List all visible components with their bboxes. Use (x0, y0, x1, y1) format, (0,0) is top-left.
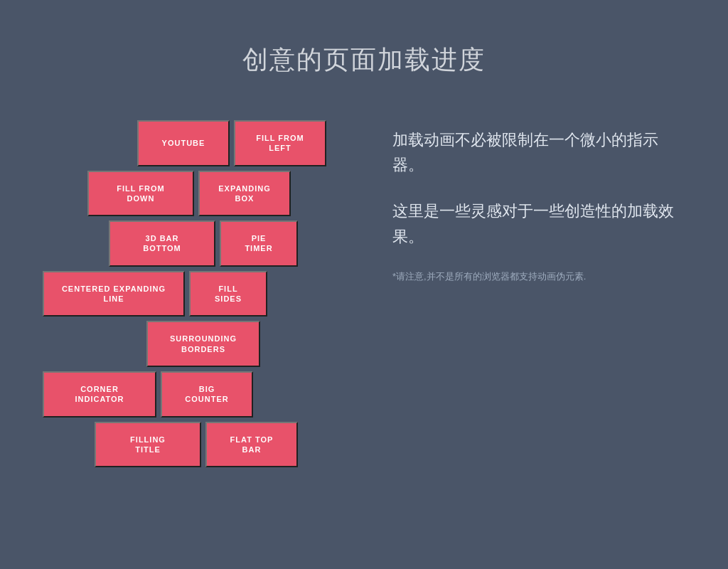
content-area: YOUTUBE FILL FROMLEFT FILL FROMDOWN EXPA… (0, 120, 728, 467)
row-2: FILL FROMDOWN EXPANDINGBOX (43, 171, 336, 217)
description-1: 加载动画不必被限制在一个微小的指示器。 (392, 127, 685, 177)
3d-bar-bottom-button[interactable]: 3D BARBOTTOM (109, 220, 215, 267)
fill-from-down-button[interactable]: FILL FROMDOWN (87, 171, 194, 217)
description-2: 这里是一些灵感对于一些创造性的加载效果。 (392, 198, 685, 248)
pie-timer-button[interactable]: PIETIMER (220, 220, 298, 267)
big-counter-button[interactable]: BIGCOUNTER (161, 371, 253, 418)
filling-title-button[interactable]: FILLINGTITLE (95, 422, 201, 468)
centered-expanding-line-button[interactable]: CENTERED EXPANDINGLINE (43, 271, 185, 317)
row-6: CORNERINDICATOR BIGCOUNTER (43, 371, 336, 418)
left-panel: YOUTUBE FILL FROMLEFT FILL FROMDOWN EXPA… (43, 120, 336, 467)
fill-from-left-button[interactable]: FILL FROMLEFT (234, 120, 326, 166)
row-1: YOUTUBE FILL FROMLEFT (43, 120, 336, 166)
right-panel: 加载动画不必被限制在一个微小的指示器。 这里是一些灵感对于一些创造性的加载效果。… (364, 120, 685, 467)
fill-sides-button[interactable]: FILLSIDES (189, 271, 267, 317)
flat-top-bar-button[interactable]: FLAT TOPBAR (205, 422, 298, 468)
expanding-box-button[interactable]: EXPANDINGBOX (198, 171, 291, 217)
page-title: 创意的页面加载进度 (242, 43, 486, 78)
row-7: FILLINGTITLE FLAT TOPBAR (43, 422, 336, 468)
page-container: 创意的页面加载进度 YOUTUBE FILL FROMLEFT FILL FRO… (0, 0, 728, 569)
youtube-button[interactable]: YOUTUBE (137, 120, 230, 166)
browser-note: *请注意,并不是所有的浏览器都支持动画伪元素. (392, 270, 685, 283)
corner-indicator-button[interactable]: CORNERINDICATOR (43, 371, 156, 418)
surrounding-borders-button[interactable]: SURROUNDINGBORDERS (146, 321, 260, 367)
row-4: CENTERED EXPANDINGLINE FILLSIDES (43, 271, 336, 317)
row-5: SURROUNDINGBORDERS (43, 321, 336, 367)
row-3: 3D BARBOTTOM PIETIMER (43, 220, 336, 267)
buttons-grid: YOUTUBE FILL FROMLEFT FILL FROMDOWN EXPA… (43, 120, 336, 467)
